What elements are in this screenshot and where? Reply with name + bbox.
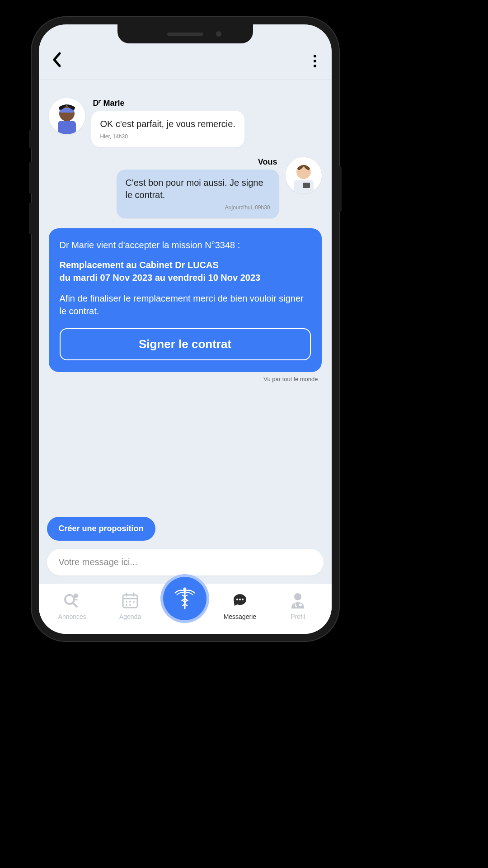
message-row-outgoing: Vous C'est bon pour moi aussi. Je signe …: [49, 157, 322, 218]
message-content: Vous C'est bon pour moi aussi. Je signe …: [117, 157, 279, 218]
phone-power-button: [339, 166, 342, 212]
phone-mute-switch: [29, 130, 32, 148]
svg-point-19: [129, 604, 131, 606]
screen: Dʳ Marie OK c'est parfait, je vous remer…: [39, 24, 332, 634]
message-row-incoming: Dʳ Marie OK c'est parfait, je vous remer…: [49, 98, 322, 147]
tab-label: Agenda: [119, 613, 141, 620]
mission-instructions: Afin de finaliser le remplacement merci …: [60, 292, 311, 317]
phone-volume-down: [29, 203, 32, 234]
center-action-button[interactable]: [163, 577, 206, 620]
tab-profil[interactable]: Profil: [273, 590, 323, 620]
svg-line-9: [73, 603, 77, 607]
bottom-tab-bar: Annonces Agenda: [39, 584, 332, 634]
svg-point-22: [236, 599, 238, 600]
svg-point-23: [239, 599, 241, 600]
svg-point-21: [183, 588, 187, 591]
mission-title: Remplacement au Cabinet Dr LUCAS du mard…: [60, 259, 311, 284]
chat-messages[interactable]: Dʳ Marie OK c'est parfait, je vous remer…: [39, 80, 332, 512]
kebab-dot: [314, 60, 316, 62]
tab-label: Profil: [291, 613, 305, 620]
calendar-icon: [120, 590, 140, 610]
mission-title-line2: du mardi 07 Nov 2023 au vendredi 10 Nov …: [60, 273, 261, 283]
message-content: Dʳ Marie OK c'est parfait, je vous remer…: [91, 98, 244, 147]
svg-point-24: [242, 599, 244, 600]
tab-agenda[interactable]: Agenda: [105, 590, 155, 620]
chat-icon: [230, 590, 250, 610]
message-bubble: C'est bon pour moi aussi. Je signe le co…: [117, 170, 279, 218]
tab-label: Annonces: [58, 613, 86, 620]
svg-rect-7: [303, 183, 310, 188]
tab-messagerie[interactable]: Messagerie: [215, 590, 265, 620]
caduceus-icon: [170, 584, 199, 613]
message-bubble: OK c'est parfait, je vous remercie. Hier…: [91, 111, 244, 147]
doctor-profile-icon: [288, 590, 308, 610]
message-timestamp: Hier, 14h30: [100, 133, 235, 140]
front-camera: [216, 31, 221, 37]
svg-point-26: [299, 604, 302, 606]
message-timestamp: Aujourd'hui, 09h30: [126, 204, 270, 211]
create-proposal-button[interactable]: Créer une proposition: [47, 517, 155, 541]
svg-point-16: [129, 601, 131, 603]
speaker-grille: [167, 33, 203, 36]
phone-volume-up: [29, 162, 32, 193]
svg-point-25: [294, 593, 301, 600]
mission-intro: Dr Marie vient d'accepter la mission N°3…: [60, 240, 311, 250]
message-text: C'est bon pour moi aussi. Je signe le co…: [126, 177, 270, 201]
svg-point-15: [126, 601, 127, 603]
svg-point-6: [296, 165, 311, 179]
search-people-icon: [62, 590, 82, 610]
chevron-left-icon: [52, 52, 61, 68]
sender-name: Vous: [258, 157, 279, 167]
tab-annonces[interactable]: Annonces: [47, 590, 97, 620]
mission-title-line1: Remplacement au Cabinet Dr LUCAS: [60, 260, 219, 270]
message-input[interactable]: [59, 557, 312, 567]
sign-contract-button[interactable]: Signer le contrat: [60, 328, 311, 360]
system-mission-card: Dr Marie vient d'accepter la mission N°3…: [49, 228, 322, 372]
sender-name: Dʳ Marie: [91, 98, 244, 108]
compose-area: Créer une proposition: [39, 512, 332, 584]
svg-rect-1: [58, 121, 76, 134]
phone-frame: Dʳ Marie OK c'est parfait, je vous remer…: [32, 17, 339, 641]
kebab-dot: [314, 55, 316, 57]
tab-label: Messagerie: [224, 613, 256, 620]
message-text: OK c'est parfait, je vous remercie.: [100, 118, 235, 130]
read-receipt: Vu par tout le monde: [49, 376, 322, 382]
avatar-dr-marie[interactable]: [49, 98, 85, 134]
svg-point-18: [126, 604, 127, 606]
kebab-dot: [314, 65, 316, 67]
avatar-illustration: [49, 98, 85, 134]
svg-point-10: [74, 594, 78, 598]
svg-point-17: [133, 601, 135, 603]
avatar-illustration: [286, 157, 322, 193]
avatar-you[interactable]: [286, 157, 322, 193]
back-button[interactable]: [52, 52, 61, 71]
notch: [117, 24, 253, 43]
message-input-container[interactable]: [47, 549, 324, 576]
more-options-button[interactable]: [311, 52, 319, 70]
